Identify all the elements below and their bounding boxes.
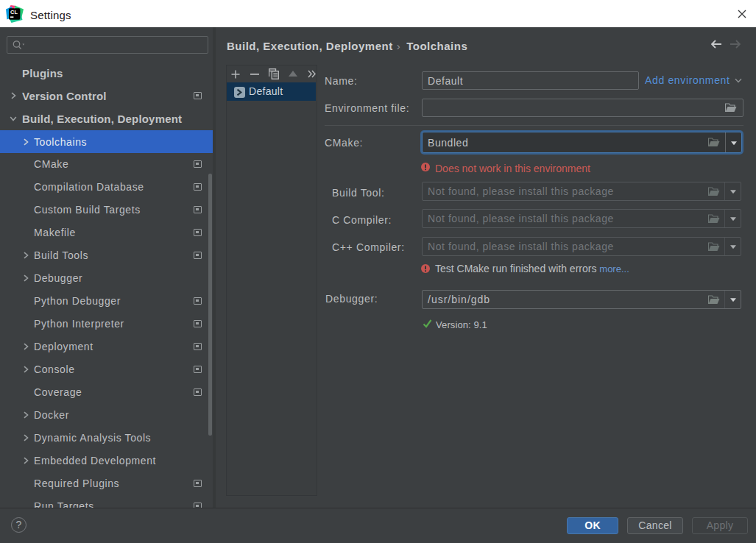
svg-text:CL: CL	[10, 9, 18, 15]
